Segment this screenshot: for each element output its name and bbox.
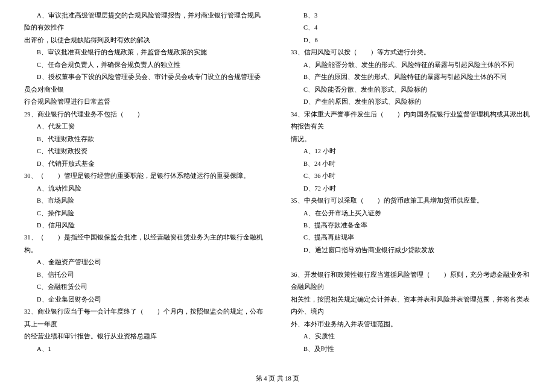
page-number: 第 4 页 共 18 页 [256,375,300,382]
text-line: C、代理财政投资 [24,145,264,157]
text-line: A、审议批准高级管理层提交的合规风险管理报告，并对商业银行管理合规风险的有效性作 [24,10,264,34]
text-line: 34、宋体重大声誉事件发生后（ ）内向国务院银行业监督管理机构或其派出机构报告有… [291,109,531,133]
text-line: 30、（ ）管理是银行经营的重要职能，是银行体系稳健运行的重要保障。 [24,170,264,182]
text-line: A、代发工资 [24,121,264,133]
text-line: 29、商业银行的代理业务不包括（ ） [24,109,264,121]
text-line: A、风险能否分散、发生的形式、风险特征的暴露与引起风险主体的不同 [291,59,531,71]
text-line: 外、本外币业务纳入并表管理范围。 [291,318,531,330]
text-line: 情况。 [291,133,531,145]
text-line: C、提高再贴现率 [291,232,531,244]
text-line: C、金融租赁公司 [24,281,264,293]
text-line: B、3 [291,10,531,22]
text-line: B、提高存款准备金率 [291,220,531,232]
text-line [291,256,531,268]
text-line: 33、信用风险可以按（ ）等方式进行分类。 [291,46,531,58]
text-line: B、审议批准商业银行的合规政策，并监督合规政策的实施 [24,46,264,58]
text-line: C、4 [291,22,531,34]
text-line: D、企业集团财务公司 [24,294,264,306]
text-line: A、在公开市场上买入证券 [291,207,531,220]
text-line: A、实质性 [291,330,531,343]
text-line: 出评价，以使合规缺陷得到及时有效的解决 [24,34,264,46]
text-line: 32、商业银行应当于每一会计年度终了（ ）个月内，按照银监会的规定，公布其上一年… [24,306,264,330]
text-line: C、36 小时 [291,170,531,182]
exam-page: A、审议批准高级管理层提交的合规风险管理报告，并对商业银行管理合规风险的有效性作… [0,0,555,392]
text-line: D、产生的原因、发生的形式、风险标的 [291,96,531,108]
text-line: D、6 [291,34,531,46]
text-line: C、风险能否分散、发生的形式、风险标的 [291,84,531,96]
text-line: C、任命合规负责人，并确保合规负责人的独立性 [24,59,264,71]
text-line: C、操作风险 [24,207,264,220]
text-line: D、代销开放式基金 [24,158,264,170]
text-line: B、市场风险 [24,195,264,207]
text-line: 35、中央银行可以采取（ ）的货币政策工具增加货币供应量。 [291,195,531,207]
text-line: D、信用风险 [24,220,264,232]
page-footer: 第 4 页 共 18 页 [0,373,555,385]
two-column-layout: A、审议批准高级管理层提交的合规风险管理报告，并对商业银行管理合规风险的有效性作… [24,10,531,359]
text-line: 的经营业绩和审计报告。银行从业资格总题库 [24,330,264,343]
text-line: 相关性，按照相关规定确定会计并表、资本并表和风险并表管理范围，并将各类表内外、境… [291,294,531,318]
text-line: A、1 [24,343,264,355]
text-line: D、72 小时 [291,183,531,195]
text-line: D、授权董事会下设的风险管理委员会、审计委员会或专门设立的合规管理委员会对商业银 [24,71,264,96]
text-line: 36、开发银行和政策性银行应当遵循风险管理（ ）原则，充分考虑金融业务和金融风险… [291,269,531,294]
text-line: B、24 小时 [291,158,531,170]
text-line: 行合规风险管理进行日常监督 [24,96,264,108]
text-line: D、通过窗口指导劝告商业银行减少贷款发放 [291,244,531,256]
text-line: A、流动性风险 [24,183,264,195]
text-line: B、代理财政性存款 [24,133,264,145]
text-line: A、金融资产管理公司 [24,256,264,268]
text-line: B、及时性 [291,343,531,355]
text-line: 31、（ ）是指经中国银保监会批准，以经营融资租赁业务为主的非银行金融机构。 [24,232,264,256]
text-line: B、产生的原因、发生的形式、风险特征的暴露与引起风险主体的不同 [291,71,531,83]
text-line: A、12 小时 [291,145,531,157]
text-line: B、信托公司 [24,269,264,281]
